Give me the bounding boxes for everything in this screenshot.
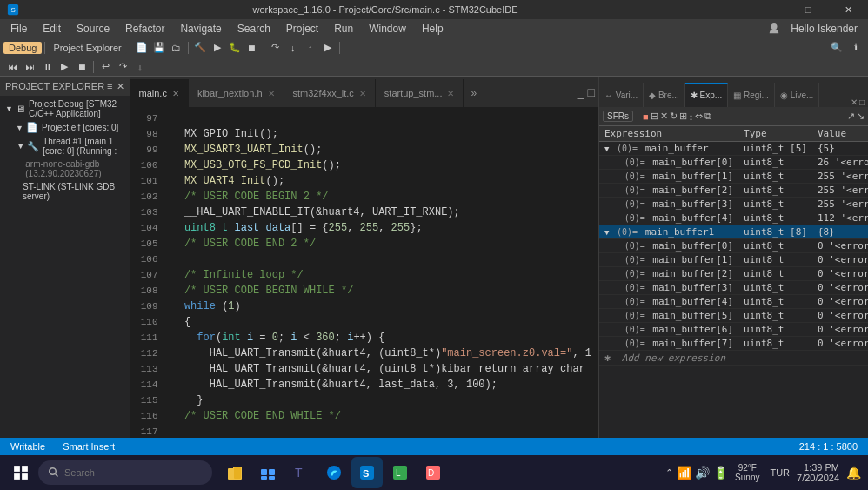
right-panel-close-icon[interactable]: ✕ bbox=[851, 97, 858, 107]
menu-navigate[interactable]: Navigate bbox=[173, 21, 228, 37]
statusbar-writable[interactable]: Writable bbox=[7, 441, 49, 452]
tray-battery[interactable]: 🔋 bbox=[713, 466, 728, 480]
toolbar-run[interactable]: ▶ bbox=[209, 40, 226, 56]
close-tab-kibar[interactable]: ✕ bbox=[268, 89, 275, 98]
tree-item-thread[interactable]: ▼ 🔧 Thread #1 [main 1 [core: 0] (Running… bbox=[2, 135, 128, 158]
expr-btn4[interactable]: ↻ bbox=[670, 111, 678, 122]
right-panel-min[interactable]: ↗ bbox=[847, 111, 855, 122]
project-badge[interactable]: Project Explorer bbox=[48, 42, 126, 54]
editor-minimize-icon[interactable]: _ bbox=[578, 85, 584, 99]
table-row[interactable]: (0)= main_buffer[4] uint8_t 112 '<error … bbox=[599, 211, 868, 225]
tab-registers[interactable]: ▦ Regi... bbox=[728, 83, 775, 107]
close-tab-startup[interactable]: ✕ bbox=[447, 89, 454, 98]
add-expression-label[interactable]: Add new expression bbox=[617, 351, 731, 366]
expr-btn3[interactable]: ✕ bbox=[660, 111, 668, 122]
menu-help[interactable]: Help bbox=[415, 21, 451, 37]
tab-overflow[interactable]: » bbox=[464, 79, 484, 107]
toolbar-build[interactable]: 🔨 bbox=[191, 40, 209, 56]
tab-stm32[interactable]: stm32f4xx_it.c ✕ bbox=[284, 79, 376, 107]
table-row[interactable]: (0)= main_buffer[4] uint8_t 0 '<error re… bbox=[599, 295, 868, 309]
taskbar-file-explorer[interactable] bbox=[219, 457, 250, 488]
menu-search[interactable]: Search bbox=[230, 21, 277, 37]
add-expression-icon[interactable]: ✱ bbox=[604, 352, 611, 364]
sidebar-collapse-icon[interactable]: ≡ bbox=[107, 81, 112, 92]
taskbar-task-view[interactable] bbox=[252, 457, 284, 488]
tab-startup[interactable]: startup_stm... ✕ bbox=[376, 79, 464, 107]
table-row[interactable]: ▼ (0)= main_buffer1 uint8_t [8] {8} bbox=[599, 225, 868, 239]
expr-stop-btn[interactable]: ■ bbox=[643, 111, 649, 122]
toolbar2-step-into2[interactable]: ↓ bbox=[131, 59, 149, 75]
tree-item-gdb[interactable]: arm-none-eabi-gdb (13.2.90.20230627) bbox=[2, 158, 128, 180]
notification-icon[interactable]: 🔔 bbox=[846, 466, 861, 480]
close-tab-main-c[interactable]: ✕ bbox=[172, 89, 179, 98]
table-row[interactable]: (0)= main_buffer[7] uint8_t 0 '<error re… bbox=[599, 337, 868, 351]
toolbar-step-out[interactable]: ↑ bbox=[302, 40, 319, 56]
code-content[interactable]: MX_GPIO_Init(); MX_USART3_UART_Init(); M… bbox=[165, 107, 599, 438]
toolbar-save[interactable]: 💾 bbox=[150, 40, 168, 56]
table-row[interactable]: (0)= main_buffer[1] uint8_t 0 '<error re… bbox=[599, 253, 868, 267]
menu-project[interactable]: Project bbox=[279, 21, 325, 37]
add-expression-cell[interactable]: ✱ Add new expression bbox=[599, 351, 868, 366]
toolbar-stop[interactable]: ⏹ bbox=[244, 40, 261, 56]
toolbar-new[interactable]: 📄 bbox=[133, 40, 150, 56]
taskbar-search-box[interactable] bbox=[38, 460, 212, 485]
expand-arrow-elf[interactable]: ▼ bbox=[16, 124, 23, 132]
toolbar2-btn2[interactable]: ⏭ bbox=[21, 59, 38, 75]
menu-user[interactable]: Hello Iskender bbox=[784, 21, 865, 37]
tray-arrow[interactable]: ⌃ bbox=[665, 467, 673, 479]
tab-breakpoints[interactable]: ◆ Bre... bbox=[644, 83, 685, 107]
search-input[interactable] bbox=[64, 467, 186, 478]
table-row[interactable]: (0)= main_buffer[5] uint8_t 0 '<error re… bbox=[599, 309, 868, 323]
tree-item-project-elf[interactable]: ▼ 📄 Project.elf [cores: 0] bbox=[2, 120, 128, 135]
menu-run[interactable]: Run bbox=[327, 21, 360, 37]
tab-sfrs[interactable]: SFRs bbox=[603, 111, 633, 122]
toolbar2-btn1[interactable]: ⏮ bbox=[3, 59, 21, 75]
minimize-button[interactable]: ─ bbox=[748, 0, 788, 19]
toolbar-step-over[interactable]: ↷ bbox=[267, 40, 284, 56]
expr-btn7[interactable]: ⇔ bbox=[695, 111, 703, 122]
expr-btn8[interactable]: ⧉ bbox=[704, 111, 711, 122]
table-row[interactable]: (0)= main_buffer[1] uint8_t 255 '<error … bbox=[599, 170, 868, 184]
toolbar2-step-return[interactable]: ↩ bbox=[97, 59, 114, 75]
expand-arrow-project[interactable]: ▼ bbox=[5, 104, 13, 113]
expand-icon-main-buffer1[interactable]: ▼ bbox=[604, 228, 609, 237]
start-button[interactable] bbox=[7, 459, 35, 487]
table-row[interactable]: (0)= main_buffer[0] uint8_t 26 '<error r… bbox=[599, 156, 868, 170]
expand-icon-main-buffer[interactable]: ▼ bbox=[604, 144, 609, 153]
toolbar-save-all[interactable]: 🗂 bbox=[168, 40, 185, 56]
table-row[interactable]: (0)= main_buffer[0] uint8_t 0 '<error re… bbox=[599, 239, 868, 253]
tree-item-project-debug[interactable]: ▼ 🖥 Project Debug [STM32 C/C++ Applicati… bbox=[2, 97, 128, 120]
tab-live[interactable]: ◉ Live... bbox=[775, 83, 819, 107]
statusbar-position[interactable]: 214 : 1 : 5800 bbox=[796, 441, 861, 452]
table-row[interactable]: (0)= main_buffer[6] uint8_t 0 '<error re… bbox=[599, 323, 868, 337]
toolbar-search[interactable]: 🔍 bbox=[828, 40, 845, 56]
toolbar-resume[interactable]: ▶ bbox=[319, 40, 337, 56]
toolbar2-step-over2[interactable]: ↷ bbox=[114, 59, 131, 75]
toolbar-info[interactable]: ℹ bbox=[847, 40, 865, 56]
close-tab-stm32[interactable]: ✕ bbox=[359, 89, 366, 98]
tab-variables[interactable]: ↔ Vari... bbox=[599, 83, 644, 107]
toolbar-step-into[interactable]: ↓ bbox=[284, 40, 302, 56]
maximize-button[interactable]: □ bbox=[788, 0, 828, 19]
tray-wifi[interactable]: 📶 bbox=[677, 466, 691, 480]
code-editor[interactable]: 979899100101 102103104105106 10710810911… bbox=[130, 107, 599, 438]
taskbar-weather[interactable]: 92°F Sunny bbox=[735, 463, 759, 482]
right-panel-max[interactable]: ↘ bbox=[857, 111, 865, 122]
table-row[interactable]: (0)= main_buffer[3] uint8_t 0 '<error re… bbox=[599, 281, 868, 295]
keyboard-lang[interactable]: TUR bbox=[770, 467, 790, 478]
table-row[interactable]: (0)= main_buffer[2] uint8_t 0 '<error re… bbox=[599, 267, 868, 281]
taskbar-stm32ide[interactable]: S bbox=[351, 457, 383, 488]
taskbar-clock[interactable]: 1:39 PM 7/20/2024 bbox=[797, 462, 839, 483]
taskbar-teams[interactable]: T bbox=[285, 457, 317, 488]
table-row-add[interactable]: ✱ Add new expression bbox=[599, 351, 868, 366]
right-panel-maximize-icon[interactable]: □ bbox=[859, 97, 865, 107]
tab-kibar[interactable]: kibar_nextion.h ✕ bbox=[189, 79, 284, 107]
toolbar2-resume[interactable]: ▶ bbox=[56, 59, 73, 75]
toolbar-debug[interactable]: 🐛 bbox=[226, 40, 244, 56]
expr-btn2[interactable]: ⊟ bbox=[651, 111, 658, 122]
expand-arrow-thread[interactable]: ▼ bbox=[17, 142, 24, 151]
tree-item-stlink[interactable]: ST-LINK (ST-LINK GDB server) bbox=[2, 180, 128, 203]
tray-volume[interactable]: 🔊 bbox=[695, 466, 710, 480]
menu-source[interactable]: Source bbox=[70, 21, 117, 37]
taskbar-app2[interactable]: D bbox=[417, 457, 449, 488]
